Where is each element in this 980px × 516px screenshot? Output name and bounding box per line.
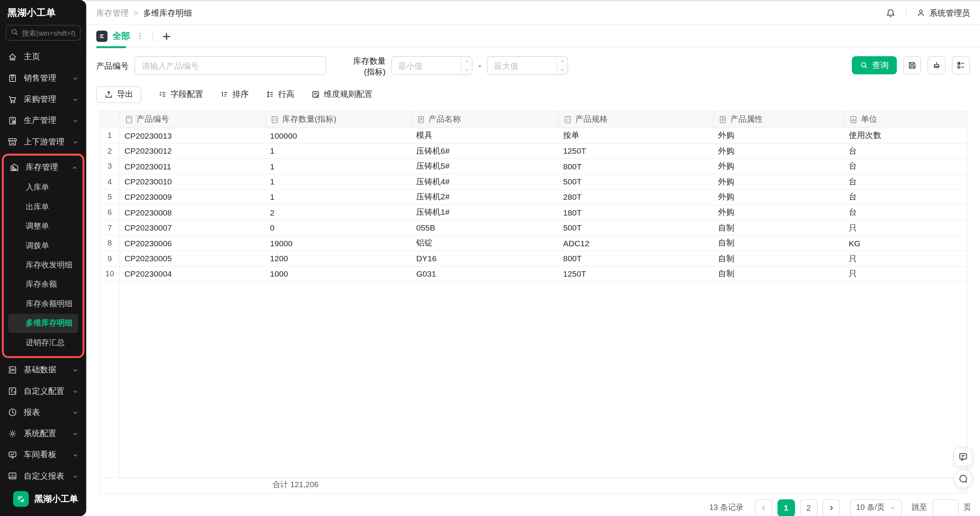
notification-bell-icon[interactable] (885, 8, 895, 18)
col-header-spec[interactable]: #产品规格 (558, 111, 713, 128)
stepper-down-icon[interactable] (461, 66, 472, 75)
record-count: 13 条记录 (709, 503, 743, 513)
sidebar-item-sales[interactable]: 销售管理 (0, 68, 86, 89)
sidebar-subitem-balance-detail[interactable]: 库存余额明细 (4, 294, 83, 314)
tab-more-icon[interactable] (136, 32, 145, 41)
breadcrumb-separator: > (134, 8, 138, 17)
breadcrumb-parent[interactable]: 库存管理 (96, 7, 129, 18)
save-filter-button[interactable] (903, 56, 921, 74)
tab-bar: 全部 (86, 25, 980, 48)
feedback-button[interactable] (954, 447, 973, 466)
sidebar-item-home[interactable]: 主页 (0, 46, 86, 67)
text-field-icon (417, 115, 425, 123)
table-row[interactable]: 3CP202300111压铸机5#800T外购台 (100, 159, 967, 174)
sidebar-item-inventory[interactable]: 库存管理 (4, 157, 83, 178)
tab-all[interactable]: 全部 (96, 25, 130, 48)
customer-service-button[interactable] (954, 469, 973, 488)
sort-button[interactable]: 排序 (220, 89, 249, 100)
col-header-code[interactable]: 产品编号 (120, 111, 265, 128)
chevron-down-icon (72, 75, 79, 81)
sidebar-item-workshop-board[interactable]: 车间看板 (0, 444, 86, 465)
sidebar-subitem-adjustment[interactable]: 调整单 (4, 217, 83, 236)
dimension-config-button[interactable]: 维度规则配置 (311, 89, 372, 100)
sidebar-subitem-transfer[interactable]: 调拨单 (4, 236, 83, 256)
chevron-down-icon (72, 473, 79, 479)
app-window: 黑湖小工单 主页 销售管理 采购管理 (0, 0, 980, 516)
app-logo: 黑湖小工单 (0, 491, 86, 516)
sidebar-search-input[interactable] (22, 29, 76, 37)
page-2-button[interactable]: 2 (800, 499, 817, 516)
sidebar-item-base-data[interactable]: 基础数据 (0, 359, 86, 380)
stepper-up-icon[interactable] (461, 57, 472, 66)
next-page-button[interactable] (822, 499, 840, 516)
sidebar-subitem-psi-summary[interactable]: 进销存汇总 (4, 333, 83, 352)
row-number-column-divider (120, 128, 120, 477)
chevron-right-icon (827, 504, 835, 512)
sidebar-item-supply-chain[interactable]: 上下游管理 (0, 131, 86, 153)
add-tab-button[interactable] (161, 31, 172, 42)
prev-page-button[interactable] (755, 499, 772, 516)
table-row[interactable]: 4CP202300101压铸机4#500T外购台 (100, 174, 967, 189)
sidebar-subitem-balance[interactable]: 库存余额 (4, 275, 83, 294)
chevron-down-icon (889, 505, 895, 511)
jump-prefix-label: 跳至 (912, 503, 927, 513)
home-icon (8, 52, 18, 62)
row-number-header (100, 111, 119, 128)
topbar-right: 系统管理员 (885, 7, 970, 18)
table-row[interactable]: 5CP202300091压铸机2#280T外购台 (100, 189, 967, 205)
table-row[interactable]: 1CP20230013100000模具按单外购使用次数 (100, 128, 967, 143)
col-header-qty[interactable]: 12库存数量(指标) (265, 111, 412, 128)
col-header-name[interactable]: 产品名称 (411, 111, 558, 128)
chevron-down-icon (72, 388, 79, 395)
sidebar-item-custom-config[interactable]: 自定义配置 (0, 380, 86, 402)
row-height-icon (266, 90, 274, 99)
col-header-unit[interactable]: 单位 (844, 111, 967, 128)
sidebar-item-system-config[interactable]: 系统配置 (0, 423, 86, 444)
custom-config-icon (8, 386, 18, 396)
table-row[interactable]: 9CP202300051200DY16800T自制只 (100, 251, 967, 266)
logo-mark-icon (13, 491, 29, 507)
table-row[interactable]: 7CP202300070055B500T自制只 (100, 220, 967, 236)
qty-max-field (487, 56, 568, 75)
user-icon (916, 8, 925, 17)
field-config-button[interactable]: 字段配置 (158, 89, 203, 100)
sidebar-item-custom-reports[interactable]: 自定义报表 (0, 466, 86, 487)
sidebar-subitem-in-out-detail[interactable]: 库存收发明细 (4, 256, 83, 275)
sidebar-item-production[interactable]: 生产管理 (0, 110, 86, 131)
sidebar-subitem-outbound[interactable]: 出库单 (4, 197, 83, 217)
col-header-attr[interactable]: 产品属性 (713, 111, 844, 128)
svg-text:12: 12 (272, 118, 276, 121)
table-row[interactable]: 2CP202300121压铸机6#1250T外购台 (100, 143, 967, 159)
chart-field-icon (849, 115, 857, 123)
stepper-up-icon[interactable] (557, 57, 568, 66)
breadcrumb-current: 多维库存明细 (143, 7, 192, 18)
broom-icon (932, 61, 941, 70)
tab-active-underline (96, 46, 126, 48)
query-button[interactable]: 查询 (852, 56, 897, 74)
table-row[interactable]: 10CP202300041000G0311250T自制只 (100, 266, 967, 282)
sidebar-subitem-multidim-detail[interactable]: 多维库存明细 (8, 314, 78, 333)
page-1-button[interactable]: 1 (777, 499, 795, 516)
cart-icon (8, 95, 18, 105)
sidebar-item-purchase[interactable]: 采购管理 (0, 89, 86, 110)
qty-min-input[interactable] (392, 57, 461, 75)
table-row[interactable]: 8CP2023000619000铝锭ADC12自制KG (100, 236, 967, 251)
user-menu[interactable]: 系统管理员 (916, 7, 970, 18)
export-button[interactable]: 导出 (96, 86, 141, 103)
number-field-icon: 12 (270, 115, 278, 123)
list-field-icon (718, 115, 726, 123)
qty-max-input[interactable] (488, 57, 556, 75)
sidebar-item-reports[interactable]: 报表 (0, 402, 86, 423)
row-height-button[interactable]: 行高 (266, 89, 294, 100)
sidebar-subitem-inbound[interactable]: 入库单 (4, 178, 83, 197)
filter-config-button[interactable] (952, 56, 970, 74)
stepper-down-icon[interactable] (557, 66, 568, 75)
product-code-input[interactable] (135, 56, 326, 75)
chat-bubble-icon (958, 474, 968, 484)
sidebar-search[interactable] (6, 25, 81, 41)
jump-page-input[interactable] (932, 499, 958, 516)
export-icon (105, 90, 113, 99)
clear-filter-button[interactable] (927, 56, 945, 74)
table-row[interactable]: 6CP202300082压铸机1#180T外购台 (100, 205, 967, 220)
page-size-select[interactable]: 10 条/页 (850, 499, 902, 516)
